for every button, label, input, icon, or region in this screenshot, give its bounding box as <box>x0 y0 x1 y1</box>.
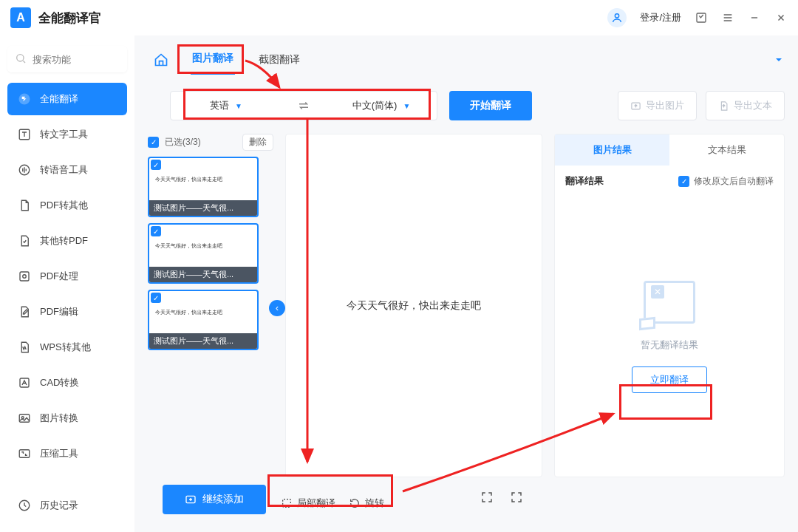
tab-image-translate[interactable]: 图片翻译 <box>191 47 235 75</box>
result-tab-image[interactable]: 图片结果 <box>555 134 669 166</box>
chevron-down-icon: ▼ <box>403 102 410 110</box>
swap-languages-button[interactable] <box>282 99 326 112</box>
target-language-label: 中文(简体) <box>352 99 398 112</box>
thumbnail-caption: 测试图片——天气很... <box>149 333 257 349</box>
selection-row: ✓ 已选(3/3) 删除 <box>148 134 273 151</box>
thumbnail-caption: 测试图片——天气很... <box>149 267 257 282</box>
brand-logo: A <box>10 7 31 28</box>
feedback-icon[interactable] <box>695 11 708 24</box>
result-title: 翻译结果 <box>565 174 604 188</box>
sidebar-item-label: PDF转其他 <box>40 199 88 212</box>
sidebar-item-to-audio[interactable]: 转语音工具 <box>7 154 127 186</box>
auto-translate-toggle[interactable]: ✓ 修改原文后自动翻译 <box>678 175 774 188</box>
tabs-dropdown-icon[interactable] <box>773 54 785 69</box>
thumbnail-checkbox[interactable]: ✓ <box>151 160 161 170</box>
login-link[interactable]: 登录/注册 <box>640 11 681 24</box>
language-selectors: 英语 ▼ 中文(简体) ▼ <box>170 91 437 120</box>
thumbnail-checkbox[interactable]: ✓ <box>151 226 161 236</box>
sidebar-item-other-to-pdf[interactable]: 其他转PDF <box>7 225 127 257</box>
brand-title: 全能翻译官 <box>38 10 101 27</box>
thumbnail-item[interactable]: ✓ 今天天气很好，快出来走走吧 测试图片——天气很... <box>148 223 259 284</box>
svg-rect-11 <box>19 450 30 458</box>
thumbnail-caption: 测试图片——天气很... <box>149 200 257 216</box>
compress-icon <box>16 446 33 462</box>
source-language-select[interactable]: 英语 ▼ <box>171 99 282 112</box>
export-text-button[interactable]: 导出文本 <box>706 91 785 120</box>
avatar-icon[interactable] <box>607 8 627 27</box>
sidebar-item-pdf-to-other[interactable]: PDF转其他 <box>7 189 127 222</box>
result-panel: 图片结果 文本结果 翻译结果 ✓ 修改原文后自动翻译 ✕ 暂无翻译结果 立即翻译 <box>554 134 785 477</box>
sidebar-item-label: 全能翻译 <box>40 92 78 106</box>
svg-rect-15 <box>283 499 291 508</box>
sidebar-item-history[interactable]: 历史记录 <box>7 489 127 522</box>
sidebar-item-label: PDF处理 <box>40 270 78 283</box>
delete-selected-button[interactable]: 删除 <box>242 134 273 151</box>
pdf-edit-icon <box>16 304 33 320</box>
translate-now-button[interactable]: 立即翻译 <box>632 366 707 393</box>
search-icon <box>15 52 27 67</box>
rotate-button[interactable]: 旋转 <box>349 497 384 510</box>
main: 图片翻译 截图翻译 英语 ▼ 中文(简体) ▼ 开始翻译 <box>134 35 798 532</box>
brand: A 全能翻译官 <box>10 7 101 28</box>
sidebar-item-compress[interactable]: 压缩工具 <box>7 437 127 470</box>
pager-prev-button[interactable]: ‹ <box>269 300 285 316</box>
to-pdf-icon <box>16 233 33 249</box>
image-convert-icon <box>16 410 33 426</box>
pdf-out-icon <box>16 197 33 214</box>
menu-icon[interactable] <box>721 11 734 24</box>
thumbnail-preview-text: 今天天气很好，快出来走走吧 <box>149 158 257 183</box>
partial-translate-button[interactable]: 局部翻译 <box>281 497 335 510</box>
export-image-button[interactable]: 导出图片 <box>618 91 697 120</box>
tab-screenshot-translate[interactable]: 截图翻译 <box>257 49 301 74</box>
sidebar-item-label: PDF编辑 <box>40 305 78 318</box>
sidebar-item-label: WPS转其他 <box>40 341 91 354</box>
target-language-select[interactable]: 中文(简体) ▼ <box>326 99 437 112</box>
preview-panel: 今天天气很好，快出来走走吧 <box>285 134 542 477</box>
svg-point-2 <box>17 55 24 61</box>
sidebar-item-wps[interactable]: WPS转其他 <box>7 331 127 364</box>
sidebar-item-label: 图片转换 <box>40 412 78 425</box>
title-actions: 登录/注册 <box>607 8 788 27</box>
result-tabs: 图片结果 文本结果 <box>555 134 784 166</box>
fit-screen-icon[interactable] <box>510 491 523 507</box>
preview-text: 今天天气很好，快出来走走吧 <box>347 299 481 313</box>
auto-translate-label: 修改原文后自动翻译 <box>694 175 774 188</box>
sidebar-item-pdf-edit[interactable]: PDF编辑 <box>7 296 127 328</box>
sidebar-item-cad[interactable]: CAD转换 <box>7 366 127 399</box>
sidebar-item-all-translate[interactable]: 全能翻译 <box>7 83 127 115</box>
sidebar-item-pdf-process[interactable]: PDF处理 <box>7 260 127 293</box>
titlebar: A 全能翻译官 登录/注册 <box>0 0 798 35</box>
view-mode-icons <box>480 491 523 507</box>
selected-count-label: 已选(3/3) <box>165 136 201 149</box>
language-bar: 英语 ▼ 中文(简体) ▼ 开始翻译 导出图片 导出文本 <box>148 91 785 120</box>
svg-rect-6 <box>20 272 29 281</box>
content: ✓ 已选(3/3) 删除 ✓ 今天天气很好，快出来走走吧 测试图片——天气很..… <box>148 134 785 532</box>
close-icon[interactable] <box>774 11 788 24</box>
partial-translate-label: 局部翻译 <box>297 497 335 510</box>
history-icon <box>16 497 33 514</box>
sidebar-item-label: 转文字工具 <box>40 128 88 141</box>
thumbnail-item[interactable]: ✓ 今天天气很好，快出来走走吧 测试图片——天气很... <box>148 157 259 217</box>
continue-add-label: 继续添加 <box>202 493 244 506</box>
result-tab-text[interactable]: 文本结果 <box>669 134 784 166</box>
home-icon[interactable] <box>154 52 168 70</box>
select-all-checkbox[interactable]: ✓ <box>148 137 159 148</box>
continue-add-button[interactable]: 继续添加 <box>163 485 266 514</box>
wps-icon <box>16 339 33 355</box>
tabs-row: 图片翻译 截图翻译 <box>148 47 785 75</box>
sidebar-item-label: 历史记录 <box>40 499 78 512</box>
source-language-label: 英语 <box>210 99 229 112</box>
text-tool-icon <box>16 126 33 143</box>
sidebar-item-label: 转语音工具 <box>40 163 88 177</box>
sidebar-item-label: 压缩工具 <box>40 447 78 460</box>
fullscreen-icon[interactable] <box>480 491 494 507</box>
thumbnail-checkbox[interactable]: ✓ <box>151 293 161 303</box>
auto-translate-checkbox[interactable]: ✓ <box>678 176 689 187</box>
sidebar-item-image-convert[interactable]: 图片转换 <box>7 402 127 434</box>
minimize-icon[interactable] <box>748 11 761 24</box>
export-text-label: 导出文本 <box>734 99 772 112</box>
sidebar-item-label: 其他转PDF <box>40 234 88 248</box>
thumbnail-item[interactable]: ✓ 今天天气很好，快出来走走吧 测试图片——天气很... <box>148 290 259 350</box>
start-translate-button[interactable]: 开始翻译 <box>449 91 532 120</box>
sidebar-item-to-text[interactable]: 转文字工具 <box>7 118 127 151</box>
